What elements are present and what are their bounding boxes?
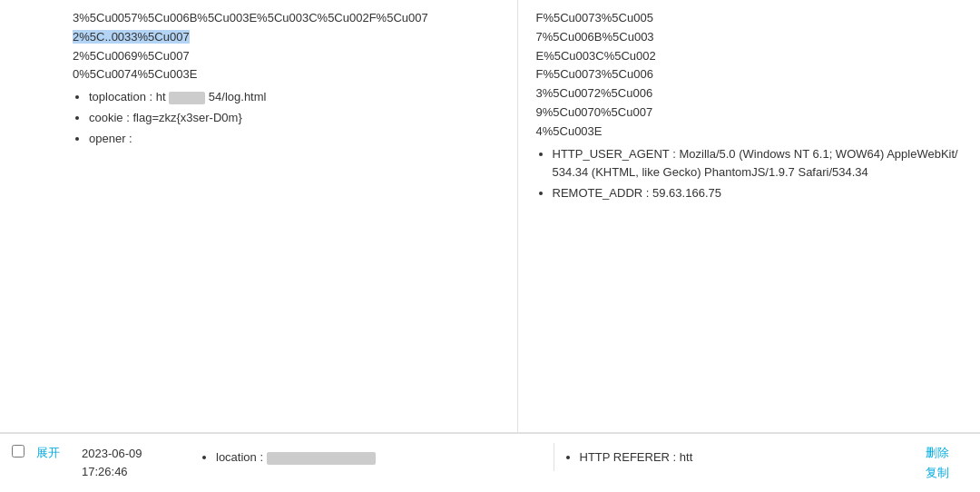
encoded-text-highlight: 2%5C..0033%5Cu007 [73, 28, 499, 47]
bottom-left-list: location : [200, 448, 544, 467]
list-item: cookie : flag=zkz{x3ser-D0m} [89, 109, 499, 128]
bottom-right-list: HTTP REFERER : htt [564, 448, 908, 467]
item-label: HTTP REFERER [580, 450, 670, 464]
list-item: HTTP REFERER : htt [580, 448, 908, 467]
separator: : [673, 450, 680, 464]
list-item: opener : [89, 130, 499, 149]
encoded-text-right-7: 4%5Cu003E [536, 123, 963, 142]
item-label: cookie [89, 111, 123, 124]
item-suffix: 54/log.html [209, 90, 267, 103]
upper-section: 3%5Cu0057%5Cu006B%5Cu003E%5Cu003C%5Cu002… [0, 0, 980, 433]
encoded-text-right-5: 3%5Cu0072%5Cu006 [536, 84, 963, 103]
encoded-text-right-1: F%5Cu0073%5Cu005 [536, 9, 963, 28]
item-label: HTTP_USER_AGENT [553, 147, 670, 161]
separator: : [260, 450, 266, 464]
list-item: HTTP_USER_AGENT : Mozilla/5.0 (Windows N… [553, 145, 963, 183]
item-value: 59.63.166.75 [652, 186, 721, 200]
expand-button[interactable]: 展开 [36, 446, 60, 459]
encoded-text-2: 2%5Cu0069%5Cu007 [73, 47, 499, 66]
right-column: F%5Cu0073%5Cu005 7%5Cu006B%5Cu003 E%5Cu0… [518, 0, 981, 432]
encoded-text-3: 0%5Cu0074%5Cu003E [73, 65, 499, 84]
left-column: 3%5Cu0057%5Cu006B%5Cu003E%5Cu003C%5Cu002… [0, 0, 518, 432]
date-col: 2023-06-09 17:26:46 [82, 443, 191, 480]
blurred-location [267, 452, 376, 465]
encoded-text-right-4: F%5Cu0073%5Cu006 [536, 65, 963, 84]
bottom-left-data: location : [191, 443, 554, 471]
item-label: opener [89, 132, 125, 145]
date-value: 2023-06-09 [82, 445, 191, 463]
encoded-text-1: 3%5Cu0057%5Cu006B%5Cu003E%5Cu003C%5Cu002… [73, 9, 499, 28]
list-item: location : [216, 448, 544, 467]
copy-button[interactable]: 复制 [926, 465, 949, 481]
main-container: 3%5Cu0057%5Cu006B%5Cu003E%5Cu003C%5Cu002… [0, 0, 980, 492]
encoded-text-right-2: 7%5Cu006B%5Cu003 [536, 28, 963, 47]
item-label: location [216, 450, 257, 464]
item-value: htt [680, 450, 692, 464]
blurred-value [169, 92, 205, 104]
checkbox-col [0, 443, 36, 458]
item-label: toplocation [89, 90, 146, 103]
bottom-right-data: HTTP REFERER : htt [554, 443, 917, 471]
bottom-row: 展开 2023-06-09 17:26:46 location : HTTP R… [0, 433, 980, 492]
separator: : ht [150, 90, 166, 103]
encoded-text-right-3: E%5Cu003C%5Cu002 [536, 47, 963, 66]
delete-button[interactable]: 删除 [926, 445, 949, 461]
separator: : [646, 186, 652, 200]
row-checkbox[interactable] [12, 445, 24, 458]
item-value: flag=zkz{x3ser-D0m} [132, 111, 241, 124]
separator: : [129, 132, 132, 145]
highlighted-text: 2%5C..0033%5Cu007 [73, 30, 190, 44]
item-label: REMOTE_ADDR [553, 186, 643, 200]
expand-col[interactable]: 展开 [36, 443, 82, 461]
time-value: 17:26:46 [82, 463, 191, 481]
right-item-list: HTTP_USER_AGENT : Mozilla/5.0 (Windows N… [536, 145, 963, 203]
list-item: toplocation : ht 54/log.html [89, 88, 499, 107]
list-item: REMOTE_ADDR : 59.63.166.75 [553, 184, 963, 203]
encoded-text-right-6: 9%5Cu0070%5Cu007 [536, 103, 963, 123]
left-item-list: toplocation : ht 54/log.html cookie : fl… [73, 88, 499, 148]
actions-col: 删除 复制 [916, 443, 980, 483]
